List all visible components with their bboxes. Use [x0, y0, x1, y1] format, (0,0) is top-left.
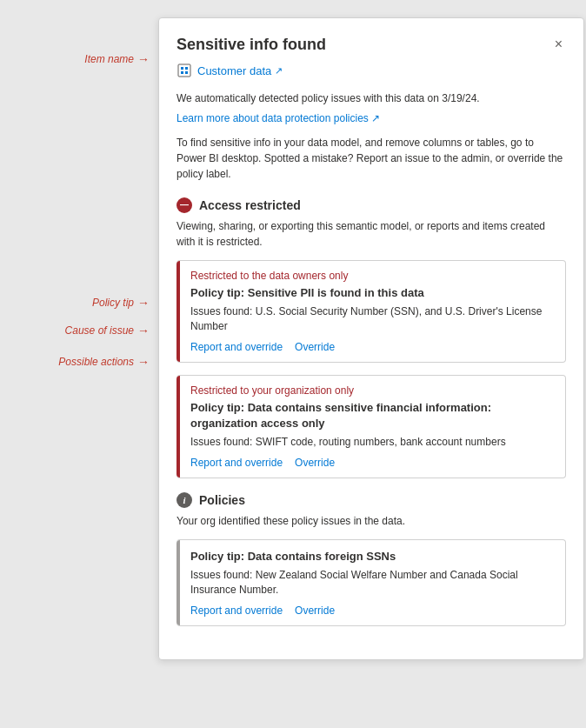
panel-title: Sensitive info found — [176, 36, 326, 54]
actions-row-2: Report and override Override — [190, 457, 555, 469]
svg-rect-3 — [181, 71, 183, 74]
cause-annotation: Cause of issue → — [65, 324, 150, 337]
override-link-1[interactable]: Override — [295, 341, 335, 353]
policies-header: Policies — [176, 492, 566, 508]
policy-tip-desc-3: Issues found: New Zealand Social Welfare… — [190, 568, 555, 598]
policy-card-3: Policy tip: Data contains foreign SSNs I… — [176, 539, 566, 626]
override-link-2[interactable]: Override — [295, 457, 335, 469]
policy-tip-title-3: Policy tip: Data contains foreign SSNs — [190, 549, 555, 564]
policy-tip-title-2: Policy tip: Data contains sensitive fina… — [190, 400, 555, 431]
override-link-3[interactable]: Override — [295, 604, 335, 617]
policy-tip-desc-1: Issues found: U.S. Social Security Numbe… — [190, 304, 555, 334]
policy-tip-annotation: Policy tip → — [92, 296, 150, 310]
close-button[interactable]: × — [551, 36, 566, 53]
restricted-icon — [176, 197, 192, 213]
actions-row-3: Report and override Override — [190, 604, 555, 617]
auto-detect-description: We automatically detected policy issues … — [176, 90, 566, 106]
report-override-link-2[interactable]: Report and override — [190, 457, 283, 469]
policy-card-1: Restricted to the data owners only Polic… — [176, 260, 566, 363]
svg-rect-4 — [185, 71, 188, 74]
dataset-icon — [176, 63, 192, 78]
policy-card-2: Restricted to your organization only Pol… — [176, 375, 566, 478]
report-override-link-1[interactable]: Report and override — [190, 341, 283, 353]
policies-desc: Your org identified these policy issues … — [176, 513, 566, 529]
actions-row-1: Report and override Override — [190, 341, 555, 353]
annotations-area: Item name → Policy tip → Cause of issue … — [2, 17, 158, 49]
external-link-icon-2: ↗ — [371, 112, 380, 124]
svg-rect-0 — [178, 64, 190, 77]
possible-actions-annotation: Possible actions → — [58, 355, 150, 369]
access-restricted-desc: Viewing, sharing, or exporting this sema… — [176, 218, 566, 250]
restricted-label-1: Restricted to the data owners only — [190, 270, 555, 282]
policies-section: Policies Your org identified these polic… — [176, 492, 566, 626]
policy-link[interactable]: Learn more about data protection policie… — [176, 112, 380, 124]
svg-rect-2 — [185, 67, 188, 70]
panel-header: Sensitive info found × — [176, 36, 566, 54]
policy-tip-title-1: Policy tip: Sensitive PII is found in th… — [190, 285, 555, 301]
restricted-label-2: Restricted to your organization only — [190, 384, 555, 397]
item-name-link[interactable]: Customer data ↗ — [197, 64, 283, 77]
report-override-link-3[interactable]: Report and override — [190, 604, 283, 617]
access-restricted-title: Access restricted — [199, 198, 301, 212]
svg-rect-1 — [181, 67, 183, 70]
find-text: To find sensitive info in your data mode… — [176, 135, 566, 182]
policies-title: Policies — [199, 493, 245, 507]
external-link-icon: ↗ — [275, 65, 283, 77]
item-name-annotation: Item name → — [84, 52, 150, 66]
access-restricted-header: Access restricted — [176, 197, 566, 213]
info-icon — [176, 492, 192, 508]
item-name-row: Customer data ↗ — [176, 63, 566, 78]
sensitive-info-panel: Sensitive info found × Customer data ↗ W… — [158, 17, 584, 660]
policy-tip-desc-2: Issues found: SWIFT code, routing number… — [190, 435, 555, 450]
